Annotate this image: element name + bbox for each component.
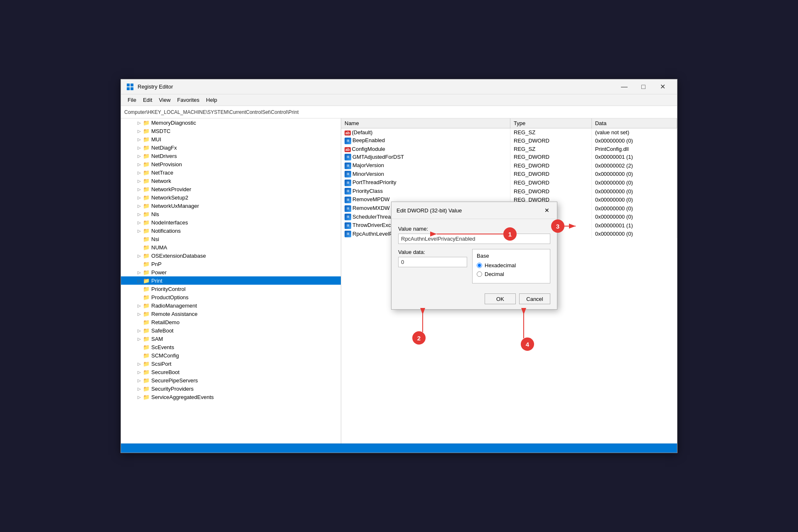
decimal-option[interactable]: Decimal	[477, 271, 546, 277]
menu-view[interactable]: View	[155, 96, 174, 104]
tree-item-safeboot[interactable]: ▷ 📁 SafeBoot	[121, 326, 341, 335]
folder-icon: 📁	[143, 211, 150, 217]
reg-entry-name: ab(Default)	[341, 128, 510, 137]
tree-label: Power	[151, 269, 167, 276]
hexadecimal-label: Hexadecimal	[485, 262, 516, 268]
tree-label: SafeBoot	[151, 328, 174, 334]
tree-label: SAM	[151, 336, 163, 342]
tree-item-osextdatabase[interactable]: ▷ 📁 OSExtensionDatabase	[121, 251, 341, 260]
svg-rect-0	[127, 84, 130, 86]
menu-favorites[interactable]: Favorites	[174, 96, 202, 104]
tree-item-netdiagfx[interactable]: ▷ 📁 NetDiagFx	[121, 143, 341, 152]
folder-icon: 📁	[143, 120, 150, 126]
tree-item-securepipeservers[interactable]: ▷ 📁 SecurePipeServers	[121, 376, 341, 384]
reg-entry-name: ⊞PortThreadPriority	[341, 178, 510, 187]
table-row[interactable]: ab(Default)REG_SZ(value not set)	[341, 128, 677, 137]
tree-item-network[interactable]: ▷ 📁 Network	[121, 177, 341, 185]
tree-item-nodeinterfaces[interactable]: ▷ 📁 NodeInterfaces	[121, 218, 341, 227]
window-controls: — □ ✕	[615, 80, 672, 94]
tree-item-print[interactable]: ▷ 📁 Print	[121, 276, 341, 285]
tree-item-serviceaggregatedevents[interactable]: ▷ 📁 ServiceAggregatedEvents	[121, 393, 341, 401]
tree-label: ProductOptions	[151, 294, 189, 300]
tree-item-scmconfig[interactable]: 📁 SCMConfig	[121, 351, 341, 360]
folder-icon: 📁	[143, 328, 150, 333]
folder-icon: 📁	[143, 203, 150, 209]
table-row[interactable]: ⊞MinorVersionREG_DWORD0x00000000 (0)	[341, 170, 677, 179]
table-row[interactable]: abConfigModuleREG_SZPrintConfig.dll	[341, 145, 677, 153]
tree-item-productoptions[interactable]: 📁 ProductOptions	[121, 293, 341, 301]
tree-item-mui[interactable]: ▷ 📁 MUI	[121, 135, 341, 143]
tree-item-networkprovider[interactable]: ▷ 📁 NetworkProvider	[121, 185, 341, 193]
tree-item-networksetup2[interactable]: ▷ 📁 NetworkSetup2	[121, 193, 341, 202]
ok-button[interactable]: OK	[485, 293, 516, 304]
folder-icon: 📁	[143, 369, 150, 375]
title-bar: Registry Editor — □ ✕	[121, 79, 677, 94]
tree-item-scsiport[interactable]: ▷ 📁 ScsiPort	[121, 360, 341, 368]
maximize-button[interactable]: □	[634, 80, 653, 94]
tree-item-netdrivers[interactable]: ▷ 📁 NetDrivers	[121, 152, 341, 160]
menu-file[interactable]: File	[124, 96, 140, 104]
tree-item-notifications[interactable]: ▷ 📁 Notifications	[121, 227, 341, 235]
tree-item-netprovision[interactable]: ▷ 📁 NetProvision	[121, 160, 341, 168]
reg-entry-name: ⊞BeepEnabled	[341, 136, 510, 145]
tree-item-securityproviders[interactable]: ▷ 📁 SecurityProviders	[121, 384, 341, 393]
expand-icon: ▷	[136, 369, 143, 375]
dialog-close-button[interactable]: ✕	[542, 205, 552, 215]
minimize-button[interactable]: —	[615, 80, 634, 94]
tree-item-memorydiagnostic[interactable]: ▷ 📁 MemoryDiagnostic	[121, 118, 341, 127]
table-row[interactable]: ⊞PortThreadPriorityREG_DWORD0x00000000 (…	[341, 178, 677, 187]
tree-item-nettrace[interactable]: ▷ 📁 NetTrace	[121, 168, 341, 177]
dialog-titlebar: Edit DWORD (32-bit) Value ✕	[392, 202, 557, 219]
menu-edit[interactable]: Edit	[140, 96, 155, 104]
tree-item-pnp[interactable]: 📁 PnP	[121, 260, 341, 268]
decimal-label: Decimal	[485, 271, 504, 277]
tree-label: NetProvision	[151, 161, 182, 167]
decimal-radio[interactable]	[477, 271, 482, 277]
tree-label: MSDTC	[151, 128, 170, 134]
tree-item-nsi[interactable]: 📁 Nsi	[121, 235, 341, 243]
close-button[interactable]: ✕	[653, 80, 672, 94]
hexadecimal-option[interactable]: Hexadecimal	[477, 262, 546, 268]
tree-label: SecureBoot	[151, 369, 180, 375]
tree-item-msdtc[interactable]: ▷ 📁 MSDTC	[121, 127, 341, 135]
tree-item-numa[interactable]: 📁 NUMA	[121, 243, 341, 251]
reg-entry-type: REG_DWORD	[510, 161, 592, 170]
tree-label: Nsi	[151, 236, 159, 242]
tree-label: SecurityProviders	[151, 386, 194, 392]
tree-label: ScEvents	[151, 344, 174, 350]
expand-icon	[136, 319, 143, 325]
folder-icon: 📁	[143, 377, 150, 383]
tree-item-retaildemo[interactable]: 📁 RetailDemo	[121, 318, 341, 326]
expand-icon: ▷	[136, 153, 143, 159]
table-row[interactable]: ⊞BeepEnabledREG_DWORD0x00000000 (0)	[341, 136, 677, 145]
folder-icon: 📁	[143, 336, 150, 342]
expand-icon: ▷	[136, 202, 143, 209]
value-data-input[interactable]	[398, 257, 467, 267]
tree-item-power[interactable]: ▷ 📁 Power	[121, 268, 341, 276]
expand-icon: ▷	[136, 227, 143, 234]
expand-icon: ▷	[136, 219, 143, 226]
menu-help[interactable]: Help	[203, 96, 221, 104]
table-row[interactable]: ⊞MajorVersionREG_DWORD0x00000002 (2)	[341, 161, 677, 170]
table-row[interactable]: ⊞GMTAdjustedForDSTREG_DWORD0x00000001 (1…	[341, 153, 677, 162]
hexadecimal-radio[interactable]	[477, 263, 482, 268]
expand-icon	[136, 261, 143, 267]
table-row[interactable]: ⊞PriorityClassREG_DWORD0x00000000 (0)	[341, 187, 677, 196]
cancel-button[interactable]: Cancel	[519, 293, 550, 304]
reg-entry-type: REG_DWORD	[510, 136, 592, 145]
tree-item-prioritycontrol[interactable]: 📁 PriorityControl	[121, 285, 341, 293]
tree-item-nls[interactable]: ▷ 📁 Nls	[121, 210, 341, 218]
tree-item-radiomanagement[interactable]: ▷ 📁 RadioManagement	[121, 301, 341, 310]
tree-label: NodeInterfaces	[151, 219, 188, 226]
values-panel: Name Type Data ab(Default)REG_SZ(value n…	[341, 118, 677, 443]
tree-item-networkuxmanager[interactable]: ▷ 📁 NetworkUxManager	[121, 202, 341, 210]
tree-item-remoteassistance[interactable]: ▷ 📁 Remote Assistance	[121, 310, 341, 318]
reg-entry-data: 0x00000001 (1)	[591, 153, 677, 162]
tree-item-secureboot[interactable]: ▷ 📁 SecureBoot	[121, 368, 341, 376]
tree-item-sam[interactable]: ▷ 📁 SAM	[121, 335, 341, 343]
expand-icon: ▷	[136, 360, 143, 367]
tree-label: PriorityControl	[151, 286, 185, 292]
folder-icon: 📁	[143, 286, 150, 292]
tree-item-scevents[interactable]: 📁 ScEvents	[121, 343, 341, 351]
tree-label: SCMConfig	[151, 352, 179, 359]
